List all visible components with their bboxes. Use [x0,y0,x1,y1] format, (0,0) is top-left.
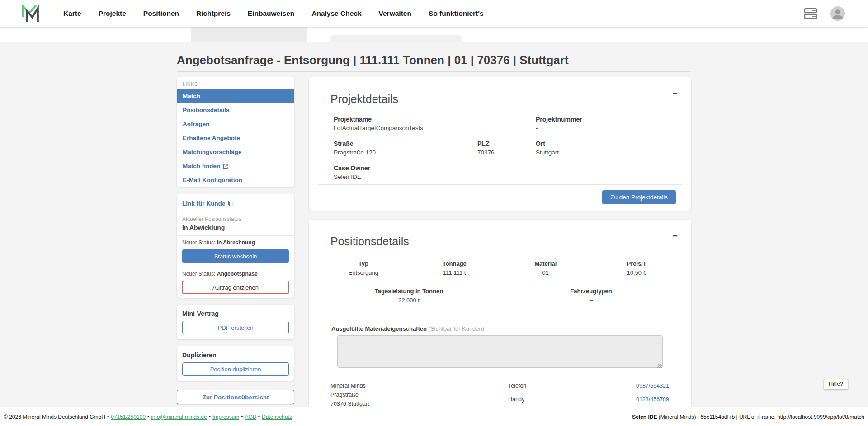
contact-street: Pragstraße [330,392,369,398]
footer-separator: • [241,414,243,420]
go-to-project-details-button[interactable]: Zu den Projektdetails [602,190,676,204]
server-icon[interactable] [803,6,818,21]
alt-status-value: Angebotsphase [217,271,258,277]
material-properties-hint: (Sichtbar für Kunden) [429,325,485,332]
page-title: Angebotsanfrage - Entsorgung | 111.111 T… [177,53,691,67]
telefon-link[interactable]: 0987/654321 [636,383,669,389]
customer-link-label: Link für Kunde [182,199,225,208]
divider [177,212,294,212]
mini-contract-card: Mini-Vertrag PDF erstellen [177,305,294,339]
duplicate-position-button[interactable]: Position duplizieren [182,362,289,376]
textarea-resize-handle[interactable] [657,364,662,368]
footer-impressum-link[interactable]: Impressum [212,414,239,420]
field-value: 70376 [477,149,536,156]
links-header: LINKS [177,77,294,89]
withdraw-order-button[interactable]: Auftrag entziehen [182,281,289,294]
field-value: 10,50 € [591,269,683,276]
position-details-card: Positionsdetails − Typ Entsorgung Tonnag… [309,220,691,426]
field-label: Typ [318,260,409,267]
main-column: Projektdetails − Projektname LotActualTa… [309,77,691,426]
nav-item-karte[interactable]: Karte [63,9,81,18]
create-pdf-button[interactable]: PDF erstellen [182,321,289,334]
position-overview-button[interactable]: Zur Positionsübersicht [177,390,294,404]
position-details-title: Positionsdetails [330,235,682,248]
main-navigation: Karte Projekte Positionen Richtpreis Ein… [63,9,484,18]
position-row-2: Tagesleistung in Tonnen 22.000 t Fahrzeu… [318,288,682,304]
field-label: Preis/T [591,260,683,267]
customer-link[interactable]: Link für Kunde [182,199,234,208]
nav-item-so-funktionierts[interactable]: So funktioniert's [429,9,484,18]
scrolled-content-remnant [330,35,462,42]
sidebar-item-anfragen[interactable]: Anfragen [177,117,294,131]
divider [177,267,294,267]
user-avatar-icon[interactable] [830,6,845,21]
next-status-line: Neuer Status: In Abrechnung [182,239,289,246]
field-label: Material [500,260,591,267]
field-label: Case Owner [334,165,536,172]
sidebar-item-label: Positionsdetails [183,103,230,117]
project-row-1: Projektname LotActualTargetComparisonTes… [318,112,682,136]
copyright-text: © 2026 Mineral Minds Deutschland GmbH [4,414,105,420]
nav-item-projekte[interactable]: Projekte [99,9,126,18]
project-details-title: Projektdetails [330,93,682,105]
material-properties-textarea[interactable] [337,335,663,368]
material-properties-label-bold: Ausgefüllte Materialeigenschaften [331,325,427,332]
handy-label: Handy [508,396,524,403]
mineral-minds-logo[interactable] [21,4,40,23]
sidebar-item-label: Match [183,89,200,103]
sidebar-item-label: Match finden [183,159,220,173]
field-label: Projektnummer [536,116,666,123]
sidebar-item-match[interactable]: Match [177,89,294,103]
alt-status-prefix: Neuer Status: [182,271,217,277]
collapse-icon[interactable]: − [672,89,678,98]
contact-section: Mineral Minds Pragstraße 70376 Stuttgart… [318,379,682,410]
collapse-icon[interactable]: − [672,231,678,240]
next-status-value: In Abrechnung [217,239,255,246]
footer-separator: • [209,414,211,420]
scroll-remnant-strip [0,27,868,42]
sidebar-item-match-finden[interactable]: Match finden [177,159,294,173]
field-value: Pragstraße 120 [334,149,477,156]
sidebar-item-erhaltene-angebote[interactable]: Erhaltene Angebote [177,131,294,145]
footer-session-details: (Mineral Minds) | 65e1154bdf7b | URL of … [657,414,864,420]
project-details-card: Projektdetails − Projektname LotActualTa… [309,77,691,211]
external-link-icon [223,164,228,169]
duplicate-title: Duplizieren [182,351,289,359]
current-status-label: Aktueller Positionsstatus: [182,216,289,222]
sidebar-item-email-konfiguration[interactable]: E-Mail Konfiguration [177,173,294,187]
sidebar-item-label: Anfragen [183,117,209,131]
content-area: Angebotsanfrage - Entsorgung | 111.111 T… [0,42,868,426]
copy-icon [228,201,234,206]
field-value: 22.000 t [318,297,500,304]
mini-contract-title: Mini-Vertrag [182,310,289,318]
footer-datenschutz-link[interactable]: Datenschutz [262,414,292,420]
footer: © 2026 Mineral Minds Deutschland GmbH•07… [0,407,868,426]
nav-item-einbauweisen[interactable]: Einbauweisen [248,9,294,18]
footer-agb-link[interactable]: AGB [245,414,256,420]
divider [177,235,294,236]
nav-item-positionen[interactable]: Positionen [143,9,179,18]
nav-item-verwalten[interactable]: Verwalten [379,9,411,18]
footer-separator: • [258,414,260,420]
nav-item-richtpreis[interactable]: Richtpreis [196,9,231,18]
field-value: Stuttgart [536,149,666,156]
status-card: Link für Kunde Aktueller Positionsstatus… [177,194,294,298]
field-label: Straße [334,140,477,147]
nav-item-analyse-check[interactable]: Analyse Check [311,9,361,18]
field-value: 111.111 t [409,269,500,276]
footer-email-link[interactable]: info@mineral-minds.de [151,414,207,420]
footer-user: Selen IDE [632,414,657,420]
sidebar: LINKS Match Positionsdetails Anfragen Er… [177,77,294,404]
sidebar-item-label: Matchingvorschläge [183,145,242,159]
field-label: Tagesleistung in Tonnen [318,288,500,295]
change-status-button[interactable]: Status wechseln [182,249,289,263]
sidebar-item-matchingvorschlaege[interactable]: Matchingvorschläge [177,145,294,159]
field-label: Projektname [334,116,536,123]
footer-left: © 2026 Mineral Minds Deutschland GmbH•07… [4,414,292,420]
help-button[interactable]: Hilfe? [824,379,848,389]
duplicate-card: Duplizieren Position duplizieren [177,346,294,381]
contact-company: Mineral Minds [330,383,369,389]
footer-phone-link[interactable]: 07151/250100 [111,414,146,420]
handy-link[interactable]: 0123/456789 [636,396,669,403]
sidebar-item-positionsdetails[interactable]: Positionsdetails [177,103,294,117]
